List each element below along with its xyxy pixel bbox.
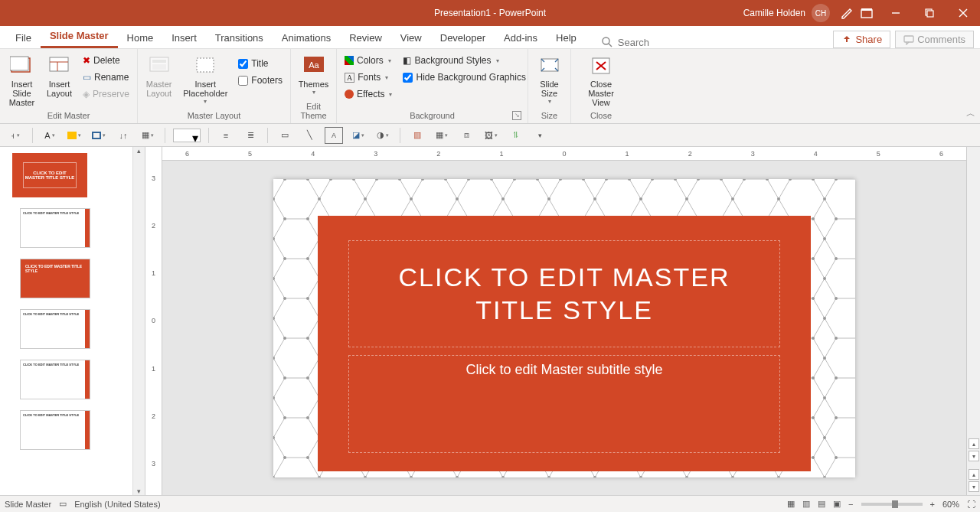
master-thumb-text: CLICK TO EDIT MASTER TITLE STYLE [24,171,76,180]
layout-thumb-1[interactable]: CLICK TO EDIT MASTER TITLE STYLE [20,208,90,248]
vertical-scrollbar[interactable]: ▴ ▾ ▴ ▾ [966,147,980,495]
footers-checkbox-label: Footers [251,75,283,86]
normal-view-button[interactable]: ▦ [787,499,795,509]
next-slide-button[interactable]: ▾ [969,481,979,492]
insert-slide-master-button[interactable]: Insert Slide Master [5,52,39,109]
layout-thumb-text: CLICK TO EDIT MASTER TITLE STYLE [21,310,90,318]
reading-view-button[interactable]: ▤ [818,499,825,509]
tab-review[interactable]: Review [340,28,391,48]
rectangle-shape-button[interactable]: ▭ [276,127,294,144]
layout-thumb-2[interactable]: CLICK TO EDIT MASTER TITLE STYLE [20,259,90,298]
share-label: Share [855,34,882,45]
user-avatar[interactable]: CH [812,4,830,22]
picture-button[interactable]: 🖼▾ [482,127,500,144]
current-color-well[interactable]: ▾ [173,129,201,142]
tab-developer[interactable]: Developer [431,28,495,48]
group-label-size: Size [533,111,566,122]
text-box-button[interactable]: A [325,127,343,144]
layout-thumb-3[interactable]: CLICK TO EDIT MASTER TITLE STYLE [20,309,90,349]
rename-label: Rename [94,72,129,83]
title-checkbox[interactable]: Title [235,57,286,70]
effects-dropdown[interactable]: Effects▾ [341,87,395,101]
sort-button[interactable]: ↓↑ [114,127,132,144]
tab-insert[interactable]: Insert [162,28,206,48]
preserve-label: Preserve [93,89,129,99]
drawing-mode-icon[interactable] [841,6,854,20]
themes-button[interactable]: Aa Themes ▾ [296,52,332,97]
insert-placeholder-button[interactable]: Insert Placeholder ▾ [180,52,230,106]
table-button[interactable]: ▦▾ [433,127,451,144]
layout-thumb-5[interactable]: CLICK TO EDIT MASTER TITLE STYLE [20,410,90,450]
tab-home[interactable]: Home [118,28,163,48]
align-center-button[interactable]: ≣ [241,127,260,144]
align-objects-button[interactable]: ⫞▾ [6,127,24,144]
master-subtitle-placeholder[interactable]: Click to edit Master subtitle style [348,355,780,453]
slideshow-button[interactable]: ▣ [833,499,841,509]
rename-button[interactable]: ▭Rename [80,70,132,84]
selection-pane-button[interactable]: ⥮ [506,127,524,144]
master-title-placeholder[interactable]: Click to edit Master title style [348,240,780,347]
zoom-slider[interactable] [861,503,923,506]
background-dialog-launcher[interactable]: ↘ [512,111,521,120]
comments-button[interactable]: Comments [895,31,974,48]
shapes-gallery-button[interactable]: ◪▾ [349,127,368,144]
master-slide-thumb[interactable]: CLICK TO EDIT MASTER TITLE STYLE [12,153,87,197]
fonts-dropdown[interactable]: AFonts▾ [341,70,395,84]
footers-checkbox[interactable]: Footers [235,73,286,87]
slide-edit-area: 6 5 4 3 2 1 0 1 2 3 4 5 6 [162,147,966,495]
close-master-view-button[interactable]: Close Master View [576,52,626,109]
scroll-up-button[interactable]: ▴ [969,438,979,449]
maximize-button[interactable] [913,0,946,26]
hide-bg-checkbox[interactable]: Hide Background Graphics [400,70,528,84]
more-commands-button[interactable]: ▾ [531,127,549,144]
merge-shapes-button[interactable]: ◑▾ [374,127,392,144]
slide-size-button[interactable]: Slide Size ▾ [533,52,566,106]
slide-canvas[interactable]: Click to edit Master title style Click t… [273,179,855,477]
ruler-tick: 3 [152,174,155,182]
tab-file[interactable]: File [6,28,41,48]
scroll-down-icon[interactable]: ▾ [137,487,141,495]
status-language[interactable]: English (United States) [74,500,161,509]
zoom-level[interactable]: 60% [942,500,959,509]
shape-outline-button[interactable]: ▾ [90,127,108,144]
scroll-down-button[interactable]: ▾ [969,451,979,461]
arrange-button[interactable]: ▦▾ [139,127,157,144]
tab-view[interactable]: View [391,28,431,48]
delete-button[interactable]: ✖Delete [80,54,132,67]
zoom-in-button[interactable]: + [930,500,935,509]
font-color-button[interactable]: A▾ [41,127,59,144]
fit-to-window-button[interactable]: ⛶ [967,500,975,509]
share-button[interactable]: Share [833,31,890,48]
share-icon [841,34,852,45]
close-button[interactable] [946,0,980,26]
ruler-tick: 3 [751,150,755,158]
tab-addins[interactable]: Add-ins [495,28,547,48]
ribbon-display-options-icon[interactable] [861,8,873,18]
colors-dropdown[interactable]: Colors▾ [341,54,395,67]
quick-access-format-bar: ⫞▾ A▾ ▾ ▾ ↓↑ ▦▾ ▾ ≡ ≣ ▭ ╲ A ◪▾ ◑▾ ▥ ▦▾ ⧈… [0,124,980,147]
layout-thumb-4[interactable]: CLICK TO EDIT MASTER TITLE STYLE [20,360,90,399]
background-styles-dropdown[interactable]: ◧Background Styles▾ [400,54,528,67]
thumbnail-scrollbar[interactable]: ▴ ▾ [132,147,145,495]
ruler-tick: 4 [311,150,315,158]
chart-button[interactable]: ▥ [408,127,426,144]
tab-transitions[interactable]: Transitions [206,28,273,48]
minimize-button[interactable] [879,0,913,26]
crop-button[interactable]: ⧈ [457,127,475,144]
ruler-tick: 0 [152,317,155,324]
slide-sorter-button[interactable]: ▥ [802,499,810,509]
tab-slide-master[interactable]: Slide Master [41,25,118,48]
insert-layout-button[interactable]: Insert Layout [44,52,75,99]
scroll-up-icon[interactable]: ▴ [137,147,141,155]
tab-help[interactable]: Help [547,28,586,48]
align-left-button[interactable]: ≡ [217,127,235,144]
previous-slide-button[interactable]: ▴ [969,469,979,480]
tab-animations[interactable]: Animations [273,28,340,48]
status-mode: Slide Master [5,500,51,509]
shape-fill-button[interactable]: ▾ [65,127,83,144]
accessibility-icon[interactable]: ▭ [59,499,67,509]
zoom-out-button[interactable]: − [848,500,853,509]
tell-me-search[interactable]: Search [601,36,649,48]
line-shape-button[interactable]: ╲ [300,127,318,144]
collapse-ribbon-button[interactable]: ︿ [966,107,975,120]
